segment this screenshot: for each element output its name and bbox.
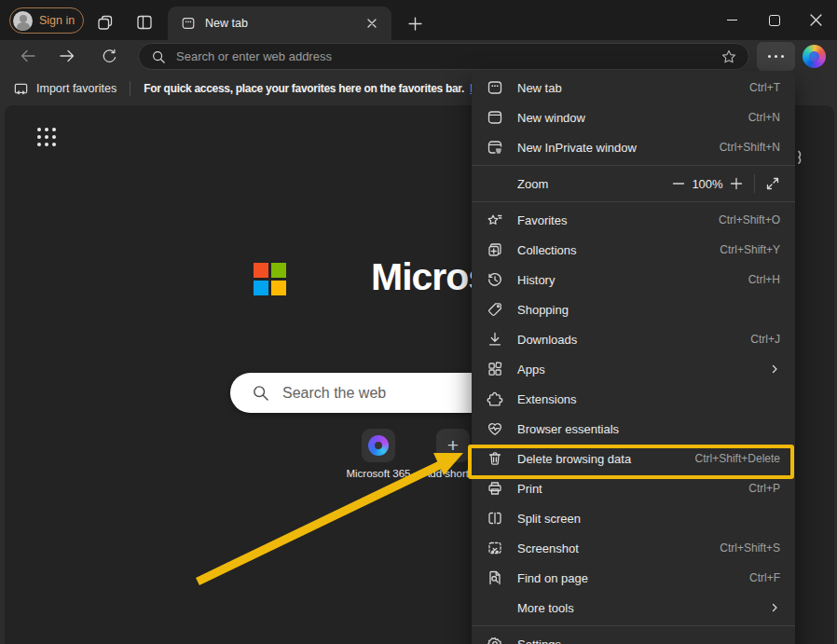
menu-item-split-screen[interactable]: Split screen — [472, 503, 795, 533]
browser-essentials-heart-icon — [487, 420, 503, 437]
tab-new-tab[interactable]: New tab — [168, 7, 391, 40]
zoom-out-button[interactable] — [671, 176, 686, 191]
minimize-button[interactable] — [710, 0, 753, 40]
menu-item-extensions[interactable]: Extensions — [472, 384, 795, 414]
screenshot-icon — [487, 540, 503, 556]
search-icon — [151, 49, 166, 64]
zoom-in-button[interactable] — [729, 176, 744, 191]
extensions-puzzle-icon — [487, 391, 503, 407]
menu-item-delete-browsing-data[interactable]: Delete browsing data Ctrl+Shift+Delete — [472, 444, 795, 473]
apps-grid-icon — [487, 361, 503, 377]
tile-label: Microsoft 365 — [336, 468, 421, 479]
plus-icon: + — [447, 434, 459, 457]
import-favorites-label: Import favorites — [36, 82, 117, 95]
close-window-button[interactable] — [794, 0, 837, 40]
menu-item-apps[interactable]: Apps — [472, 354, 795, 384]
menu-item-zoom: Zoom 100% — [472, 169, 795, 199]
menu-separator — [472, 165, 795, 166]
menu-item-new-inprivate-window[interactable]: New InPrivate window Ctrl+Shift+N — [472, 132, 795, 162]
menu-item-print[interactable]: Print Ctrl+P — [472, 473, 795, 503]
settings-and-more-menu: New tab Ctrl+T New window Ctrl+N New InP… — [472, 71, 795, 644]
menu-item-history[interactable]: History Ctrl+H — [472, 265, 795, 295]
avatar — [13, 11, 33, 31]
sign-in-button[interactable]: Sign in — [9, 7, 84, 34]
vertical-tabs-icon — [135, 13, 154, 32]
new-window-icon — [487, 109, 503, 126]
maximize-button[interactable] — [753, 0, 796, 40]
new-tab-icon — [487, 79, 503, 96]
menu-item-downloads[interactable]: Downloads Ctrl+J — [472, 324, 795, 354]
menu-item-new-window[interactable]: New window Ctrl+N — [472, 103, 795, 132]
menu-item-collections[interactable]: Collections Ctrl+Shift+Y — [472, 235, 795, 265]
back-button[interactable] — [15, 44, 41, 68]
app-launcher-button[interactable] — [37, 128, 58, 148]
workspaces-icon — [96, 13, 115, 32]
printer-icon — [487, 480, 503, 497]
ellipsis-icon — [768, 55, 772, 59]
split-screen-icon — [487, 510, 503, 527]
menu-item-new-tab[interactable]: New tab Ctrl+T — [472, 73, 795, 103]
divider — [754, 174, 755, 193]
microsoft-365-icon — [368, 435, 389, 456]
divider — [130, 81, 130, 96]
search-icon — [252, 384, 269, 402]
menu-separator — [472, 625, 795, 626]
collections-icon — [487, 241, 503, 258]
microsoft-logo-squares — [254, 263, 286, 295]
fullscreen-button[interactable] — [765, 176, 780, 191]
history-clock-icon — [487, 271, 503, 288]
trash-icon — [487, 450, 503, 467]
favorites-hint-text: For quick access, place your favorites h… — [144, 82, 464, 95]
tab-close-button[interactable] — [364, 15, 380, 32]
menu-separator — [472, 201, 795, 202]
forward-button[interactable] — [54, 44, 80, 68]
menu-item-find-on-page[interactable]: Find on page Ctrl+F — [472, 563, 795, 593]
menu-item-more-tools[interactable]: More tools — [472, 593, 795, 623]
favorite-star-icon[interactable] — [720, 48, 737, 65]
address-placeholder: Search or enter web address — [176, 49, 720, 63]
add-shortcut-tile[interactable]: + — [436, 429, 470, 462]
menu-item-screenshot[interactable]: Screenshot Ctrl+Shift+S — [472, 533, 795, 563]
settings-gear-icon — [487, 636, 503, 644]
find-on-page-icon — [487, 569, 503, 586]
menu-item-shopping[interactable]: Shopping — [472, 295, 795, 324]
tab-title: New tab — [205, 17, 364, 30]
copilot-button[interactable] — [803, 45, 826, 68]
refresh-button[interactable] — [96, 44, 122, 68]
shortcut-tile-microsoft-365[interactable] — [362, 429, 395, 462]
title-bar: Sign in — [0, 0, 837, 40]
menu-item-browser-essentials[interactable]: Browser essentials — [472, 414, 795, 444]
submenu-chevron-icon — [769, 602, 780, 613]
workspaces-button[interactable] — [93, 10, 117, 34]
sign-in-label: Sign in — [39, 14, 75, 27]
edge-browser-window: Sign in — [0, 0, 837, 644]
tab-favicon — [181, 16, 196, 31]
favorites-star-icon — [487, 212, 503, 228]
inprivate-icon — [487, 139, 503, 156]
settings-and-more-button[interactable] — [757, 42, 795, 71]
zoom-value: 100% — [686, 177, 729, 191]
menu-item-favorites[interactable]: Favorites Ctrl+Shift+O — [472, 205, 795, 235]
menu-item-settings[interactable]: Settings — [472, 629, 795, 644]
import-favorites-button[interactable]: Import favorites — [13, 81, 117, 97]
new-tab-button[interactable] — [403, 11, 427, 35]
vertical-tabs-button[interactable] — [132, 10, 157, 34]
shopping-tag-icon — [487, 301, 503, 318]
address-bar[interactable]: Search or enter web address — [138, 43, 749, 70]
web-search-placeholder: Search the web — [282, 385, 386, 402]
submenu-chevron-icon — [769, 363, 780, 375]
download-icon — [487, 331, 503, 348]
import-favorites-icon — [13, 81, 29, 97]
